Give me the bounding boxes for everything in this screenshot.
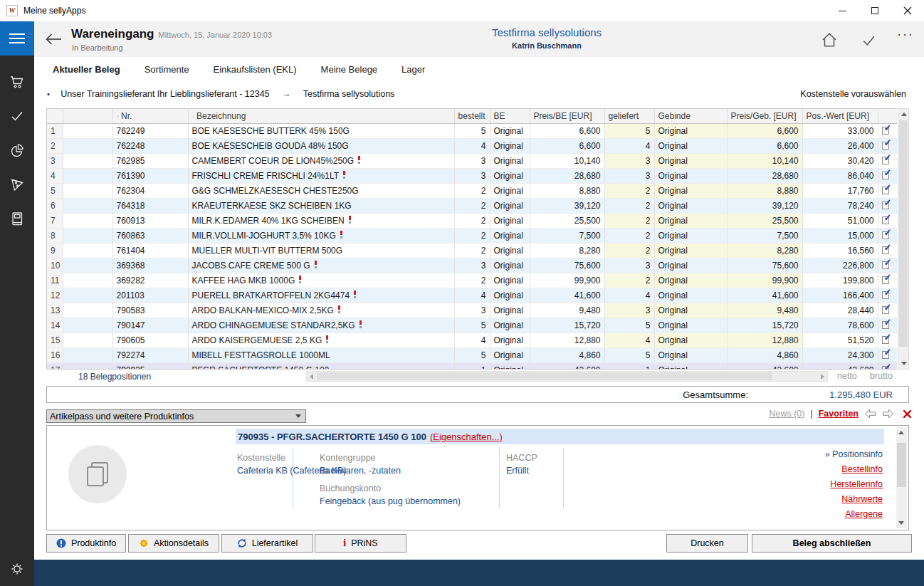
row-confirm[interactable] — [878, 318, 897, 333]
article-row[interactable]: 8760863MILR.VOLLMI-JOGHURT 3,5% 10KG2Ori… — [47, 228, 897, 243]
qty-delivered[interactable]: 5 — [604, 123, 654, 138]
qty-delivered[interactable]: 5 — [604, 318, 654, 333]
unit-delivered[interactable]: Original — [654, 303, 727, 318]
unit-delivered[interactable]: Original — [654, 198, 727, 213]
confirmed-check-icon[interactable] — [882, 184, 893, 194]
close-button[interactable] — [891, 0, 924, 21]
unit-delivered[interactable]: Original — [654, 213, 727, 228]
tab-sortimente[interactable]: Sortimente — [145, 64, 189, 75]
minimize-button[interactable] — [826, 0, 859, 21]
row-confirm[interactable] — [878, 123, 897, 138]
home-icon[interactable] — [820, 31, 839, 49]
price-per-package[interactable]: 10,140 — [727, 153, 802, 168]
scrollbar-thumb[interactable] — [317, 372, 772, 380]
article-row[interactable]: 15790605ARDO KAISERGEMUESE 2,5 KG4Origin… — [47, 333, 897, 347]
hamburger-menu-button[interactable] — [0, 21, 34, 56]
unit-delivered[interactable]: Original — [654, 273, 727, 288]
price-per-package[interactable]: 15,720 — [727, 318, 802, 333]
article-row[interactable]: 4761390FRISCHLI CREME FRISCHLI 24%1LT3Or… — [47, 168, 897, 183]
confirmed-check-icon[interactable] — [882, 334, 893, 344]
article-row[interactable]: 9761404MUELLER MULTI-VIT BUTTERM 500G2Or… — [47, 243, 897, 258]
scroll-left-icon[interactable] — [310, 374, 313, 380]
brutto-toggle[interactable]: brutto — [870, 371, 893, 381]
article-row[interactable]: 6764318KRAEUTERKAESE SKZ SCHEIBEN 1KG2Or… — [47, 198, 897, 213]
article-info-icon[interactable] — [349, 216, 352, 224]
scroll-down-icon[interactable] — [898, 521, 904, 525]
confirmed-check-icon[interactable] — [882, 155, 893, 164]
row-confirm[interactable] — [878, 333, 897, 347]
qty-delivered[interactable]: 3 — [604, 303, 654, 318]
article-row[interactable]: 2762248BOE KAESESCHEIB GOUDA 48% 150G4Or… — [47, 138, 897, 153]
price-per-package[interactable]: 6,600 — [727, 138, 802, 153]
unit-delivered[interactable]: Original — [654, 123, 727, 138]
price-per-package[interactable]: 41,600 — [727, 288, 802, 303]
netto-toggle[interactable]: netto — [837, 371, 857, 381]
article-row[interactable]: 3762985CAMEMBERT COEUR DE LION45%250G3Or… — [47, 153, 897, 168]
unit-delivered[interactable]: Original — [654, 183, 727, 198]
header-be[interactable]: BE — [490, 109, 530, 123]
more-options-icon[interactable]: ··· — [897, 27, 914, 42]
aktionsdetails-button[interactable]: Aktionsdetails — [128, 534, 219, 553]
price-per-package[interactable]: 4,860 — [727, 347, 802, 362]
header-preis-geb[interactable]: Preis/Geb. [EUR] — [727, 109, 802, 123]
scroll-down-icon[interactable] — [901, 362, 907, 365]
favorites-link[interactable]: Favoriten — [819, 409, 859, 419]
price-per-package[interactable]: 39,120 — [727, 198, 802, 213]
price-per-package[interactable]: 8,880 — [727, 183, 802, 198]
scroll-right-icon[interactable] — [821, 374, 824, 380]
qty-delivered[interactable]: 2 — [604, 198, 654, 213]
preselect-cost-center-link[interactable]: Kostenstelle vorauswählen — [800, 89, 906, 99]
tab-einkaufslisten[interactable]: Einkaufslisten (EKL) — [214, 64, 297, 75]
pie-chart-icon[interactable] — [9, 142, 26, 159]
header-gebinde[interactable]: Gebinde — [654, 109, 727, 123]
prins-button[interactable]: i PRiNS — [315, 534, 406, 553]
article-info-icon[interactable] — [299, 276, 302, 283]
unit-delivered[interactable]: Original — [654, 258, 727, 273]
confirmed-check-icon[interactable] — [882, 214, 893, 224]
row-confirm[interactable] — [878, 183, 897, 198]
article-row[interactable]: 12201103PUERELL BRATKARTOFFELN 2KG44744O… — [47, 288, 897, 303]
header-geliefert[interactable]: geliefert — [604, 109, 654, 123]
unit-delivered[interactable]: Original — [654, 333, 727, 347]
table-horizontal-scrollbar[interactable] — [306, 371, 828, 382]
herstellerinfo-link[interactable]: Herstellerinfo — [830, 479, 883, 489]
row-confirm[interactable] — [878, 168, 897, 183]
confirmed-check-icon[interactable] — [882, 319, 893, 329]
article-info-icon[interactable] — [354, 291, 357, 298]
article-info-icon[interactable] — [326, 335, 329, 343]
unit-delivered[interactable]: Original — [654, 318, 727, 333]
qty-delivered[interactable]: 1 — [604, 362, 654, 370]
close-panel-icon[interactable] — [903, 409, 912, 419]
qty-delivered[interactable]: 4 — [604, 288, 654, 303]
scroll-up-icon[interactable] — [901, 113, 907, 116]
cart-icon[interactable] — [9, 73, 26, 90]
article-row[interactable]: 1762249BOE KAESESCHE BUTTERK 45% 150G5Or… — [47, 123, 897, 138]
price-per-package[interactable]: 25,500 — [727, 213, 802, 228]
row-confirm[interactable] — [878, 362, 897, 370]
price-per-package[interactable]: 8,280 — [727, 243, 802, 258]
confirmed-check-icon[interactable] — [882, 304, 893, 314]
qty-delivered[interactable]: 2 — [604, 243, 654, 258]
row-confirm[interactable] — [878, 213, 897, 228]
price-per-package[interactable]: 9,480 — [727, 303, 802, 318]
check-icon[interactable] — [9, 108, 26, 125]
qty-delivered[interactable]: 3 — [604, 153, 654, 168]
positionsinfo-link[interactable]: » Positionsinfo — [825, 449, 883, 459]
unit-delivered[interactable]: Original — [654, 288, 727, 303]
row-confirm[interactable] — [878, 303, 897, 318]
confirmed-check-icon[interactable] — [882, 289, 893, 299]
confirmed-check-icon[interactable] — [882, 229, 893, 239]
beleg-abschliessen-button[interactable]: Beleg abschließen — [752, 534, 912, 553]
qty-delivered[interactable]: 4 — [604, 138, 654, 153]
row-confirm[interactable] — [878, 138, 897, 153]
row-confirm[interactable] — [878, 347, 897, 362]
product-info-dropdown[interactable]: Artikelpass und weitere Produktinfos — [46, 409, 306, 423]
confirmed-check-icon[interactable] — [882, 244, 893, 254]
unit-delivered[interactable]: Original — [654, 138, 727, 153]
table-vertical-scrollbar[interactable] — [898, 108, 909, 370]
produktinfo-button[interactable]: Produktinfo — [46, 534, 126, 553]
article-info-icon[interactable] — [359, 320, 362, 328]
drucken-button[interactable]: Drucken — [666, 534, 748, 553]
article-row[interactable]: 16792274MIBELL FESTTAGSROLLE 1000ML5Orig… — [47, 347, 897, 362]
maximize-button[interactable] — [859, 0, 891, 21]
